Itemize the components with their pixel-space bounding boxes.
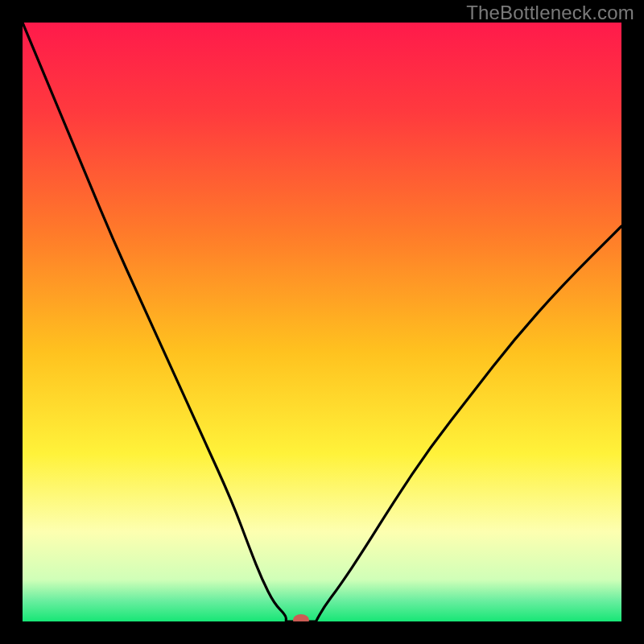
plot-area [23,23,621,621]
watermark-text: TheBottleneck.com [466,2,634,24]
chart-svg [23,23,621,621]
outer-frame: TheBottleneck.com [0,0,644,644]
gradient-background [23,23,621,621]
